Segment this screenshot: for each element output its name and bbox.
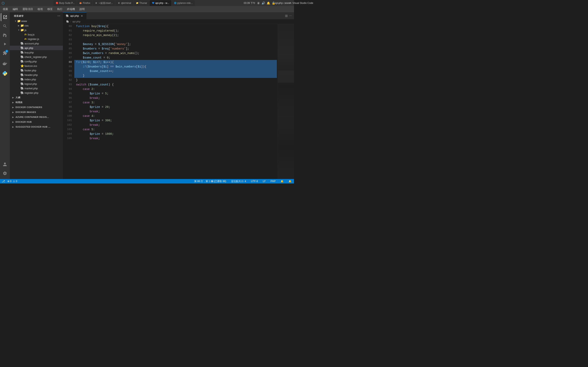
code-line[interactable]: } — [74, 78, 277, 82]
section-docker-hub[interactable]: ▶ DOCKER HUB — [10, 119, 63, 124]
activity-extensions[interactable]: 4 — [1, 49, 9, 57]
code-line[interactable]: case 5: — [74, 127, 277, 132]
tree-file-config[interactable]: 🐘 config.php — [10, 59, 63, 64]
titlebar-tab-vscode[interactable]: 💙api.php - w... — [150, 0, 171, 6]
code-line[interactable]: case 3: — [74, 100, 277, 105]
php-icon: 🐘 — [20, 42, 24, 45]
tree-file-buyjs[interactable]: JS buy.js — [10, 32, 63, 37]
titlebar-tab-burp[interactable]: 🔴Burp Suite P... — [53, 0, 77, 6]
tab-close-button[interactable]: ✕ — [80, 14, 84, 17]
code-line[interactable]: } — [74, 73, 277, 78]
section-suggested-docker-hub[interactable]: ▶ SUGGESTED DOCKER HUB ... — [10, 124, 63, 129]
activity-account[interactable] — [1, 160, 9, 168]
sidebar: 檔案總管 ··· ▼ 📁 www ▶ 📁 css ▼ 📁 js JS — [10, 12, 63, 179]
section-dagang[interactable]: ▶ 大綱 — [10, 95, 63, 100]
code-line[interactable]: if($numbers[$i] == $win_numbers[$i]){ — [74, 64, 277, 69]
errors-count[interactable]: ⊗ 0 ⚠ 0 — [7, 180, 18, 183]
section-docker-images[interactable]: ▶ DOCKER IMAGES — [10, 110, 63, 115]
tree-file-api[interactable]: 🐘 api.php — [10, 46, 63, 50]
menu-item-終端機[interactable]: 終端機 — [65, 7, 77, 12]
tree-file-check-register[interactable]: 🐘 check_register.php — [10, 55, 63, 59]
code-line[interactable] — [74, 38, 277, 42]
code-line[interactable]: $money = $_SESSION['money']; — [74, 42, 277, 47]
activity-python[interactable] — [1, 69, 9, 77]
tree-file-logout[interactable]: 🐘 logout.php — [10, 82, 63, 86]
code-line[interactable]: switch ($same_count) { — [74, 82, 277, 87]
code-line[interactable]: function buy($req){ — [74, 24, 277, 29]
code-line[interactable]: break; — [74, 109, 277, 114]
section-azure-container[interactable]: ▶ AZURE CONTAINER REGIS... — [10, 115, 63, 119]
status-tabsize[interactable]: 定位點大小: 4 — [230, 180, 247, 183]
code-line[interactable]: case 4: — [74, 114, 277, 118]
more-options-icon[interactable]: ··· — [289, 14, 292, 17]
tree-file-header[interactable]: 🐘 header.php — [10, 73, 63, 77]
code-line[interactable]: case 2: — [74, 87, 277, 91]
tree-item-label: css — [25, 24, 29, 27]
code-line[interactable]: $same_count++; — [74, 69, 277, 73]
activity-settings[interactable] — [1, 169, 9, 177]
code-line[interactable]: $prize = 5; — [74, 91, 277, 96]
menu-item-檔案[interactable]: 檔案 — [1, 7, 10, 12]
titlebar-tab-qterminal[interactable]: 🖥qterminal — [115, 0, 133, 6]
activity-docker[interactable] — [1, 59, 9, 68]
tree-file-registerjs[interactable]: JS register.js — [10, 37, 63, 41]
tree-file-market[interactable]: 🐘 market.php — [10, 86, 63, 91]
tree-file-register[interactable]: 🐘 register.php — [10, 91, 63, 95]
status-position[interactable]: 第 88 行，第 1 欄 (已選取 88) — [193, 180, 227, 183]
code-line[interactable]: $win_numbers = random_win_nums(); — [74, 51, 277, 55]
activity-search[interactable] — [1, 22, 9, 30]
menu-item-選取項目[interactable]: 選取項目 — [20, 7, 35, 12]
code-line[interactable]: for($i=0; $i<7; $i++){ — [74, 60, 277, 64]
split-editor-icon[interactable]: ⊞ — [285, 14, 288, 18]
code-line[interactable]: break; — [74, 123, 277, 127]
titlebar-tab-firefox[interactable]: 🦊Firefox — [77, 0, 92, 6]
tree-folder-js[interactable]: ▼ 📁 js — [10, 28, 63, 32]
activity-source-control[interactable] — [1, 31, 9, 39]
sidebar-more-icon[interactable]: ··· — [57, 14, 61, 17]
menu-item-說明[interactable]: 說明 — [77, 7, 87, 12]
activity-explorer[interactable] — [1, 13, 9, 21]
line-number: 89 — [65, 64, 72, 69]
statusbar-left: ⎇ ⊗ 0 ⚠ 0 — [2, 180, 18, 183]
menu-item-檢視[interactable]: 檢視 — [35, 7, 45, 12]
code-line[interactable]: $prize = 300; — [74, 118, 277, 123]
menu-item-移至[interactable]: 移至 — [45, 7, 55, 12]
menu-item-執行[interactable]: 執行 — [55, 7, 65, 12]
code-line[interactable]: $same_count = 0; — [74, 55, 277, 60]
section-docker-containers[interactable]: ▶ DOCKER CONTAINERS — [10, 105, 63, 110]
tree-file-account[interactable]: 🐘 account.php — [10, 41, 63, 46]
sidebar-header: 檔案總管 ··· — [10, 12, 63, 19]
code-line[interactable]: break; — [74, 136, 277, 141]
line-number: 90 — [65, 69, 72, 73]
status-eol[interactable]: LF — [262, 180, 267, 183]
code-content[interactable]: function buy($req){ require_registered()… — [73, 24, 278, 179]
tree-file-footer[interactable]: 🐘 footer.php — [10, 68, 63, 73]
section-schedule[interactable]: ▶ 時間表 — [10, 100, 63, 105]
code-line[interactable]: break; — [74, 96, 277, 100]
php-icon: 🐘 — [20, 82, 24, 85]
code-line[interactable]: $prize = 20; — [74, 105, 277, 109]
editor-tab-api-php[interactable]: 🐘 api.php ✕ — [63, 12, 86, 19]
sidebar-content[interactable]: ▼ 📁 www ▶ 📁 css ▼ 📁 js JS buy.js JS — [10, 19, 63, 179]
tree-file-favicon[interactable]: ⭐ favicon.ico — [10, 64, 63, 68]
line-number: 84 — [65, 42, 72, 47]
status-notification-icon[interactable]: 🔔 — [288, 180, 292, 183]
tree-folder-www[interactable]: ▼ 📁 www — [10, 19, 63, 23]
php-icon: 🐘 — [66, 14, 69, 17]
status-language[interactable]: PHP — [270, 180, 277, 183]
tree-file-buy[interactable]: 🐘 buy.php — [10, 50, 63, 55]
titlebar-tab-pylance[interactable]: 🌐pylance-rele... — [172, 0, 195, 6]
titlebar-tab-thunar[interactable]: 📁Thunar — [134, 0, 149, 6]
status-bell-icon[interactable]: 🔔 — [280, 180, 285, 183]
tree-folder-css[interactable]: ▶ 📁 css — [10, 23, 63, 28]
code-line[interactable]: $prize = 1800; — [74, 132, 277, 136]
tree-file-index[interactable]: 🐘 index.php — [10, 77, 63, 82]
titlebar-tab-start[interactable]: 🖥~/桌面/start... — [93, 0, 115, 6]
tab-label: Burp Suite P... — [59, 2, 75, 4]
menu-item-編輯[interactable]: 編輯 — [11, 7, 20, 12]
activity-run[interactable] — [1, 40, 9, 48]
code-line[interactable]: $numbers = $req['numbers']; — [74, 47, 277, 51]
code-line[interactable]: require_registered(); — [74, 29, 277, 33]
code-line[interactable]: require_min_money(2); — [74, 33, 277, 38]
status-encoding[interactable]: UTF-8 — [250, 180, 259, 183]
